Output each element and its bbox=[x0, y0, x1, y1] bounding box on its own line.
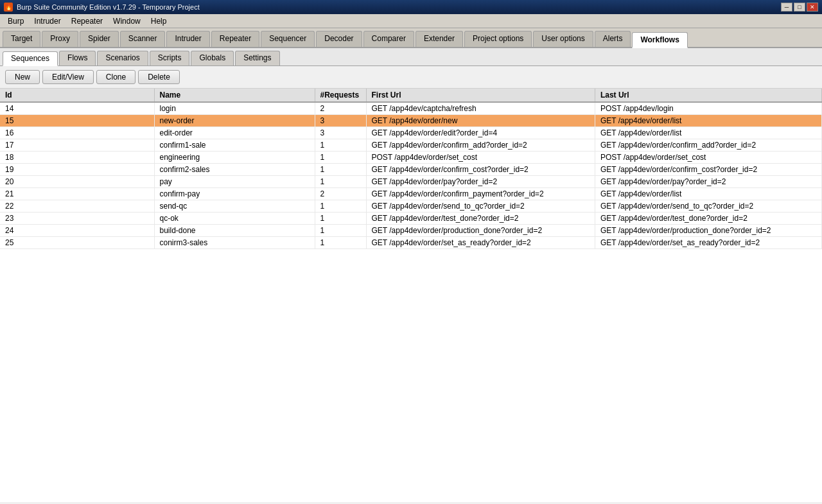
table-cell: GET /app4dev/order/confirm_payment?order… bbox=[366, 188, 595, 200]
table-cell: conirm3-sales bbox=[154, 237, 315, 249]
table-cell: 2 bbox=[315, 102, 366, 115]
delete-button[interactable]: Delete bbox=[138, 70, 180, 84]
table-body: 14login2GET /app4dev/captcha/refreshPOST… bbox=[0, 102, 822, 249]
table-row[interactable]: 17confirm1-sale1GET /app4dev/order/confi… bbox=[0, 139, 822, 152]
main-tab-spider[interactable]: Spider bbox=[80, 31, 119, 47]
table-row[interactable]: 22send-qc1GET /app4dev/order/send_to_qc?… bbox=[0, 200, 822, 213]
sub-tab-scripts[interactable]: Scripts bbox=[150, 51, 190, 65]
table-cell: 1 bbox=[315, 225, 366, 237]
table-cell: engineering bbox=[154, 152, 315, 164]
table-cell: 3 bbox=[315, 127, 366, 139]
table-cell: GET /app4dev/order/edit?order_id=4 bbox=[366, 127, 595, 139]
main-tab-project-options[interactable]: Project options bbox=[464, 31, 532, 47]
table-cell: 21 bbox=[0, 188, 154, 200]
table-cell: 1 bbox=[315, 200, 366, 213]
title-bar-left: 🔥 Burp Suite Community Edition v1.7.29 -… bbox=[4, 3, 200, 12]
table-cell: POST /app4dev/order/set_cost bbox=[366, 152, 595, 164]
table-cell: 15 bbox=[0, 115, 154, 127]
table-cell: GET /app4dev/order/set_as_ready?order_id… bbox=[595, 237, 821, 249]
main-tab-target[interactable]: Target bbox=[3, 31, 40, 47]
main-tab-repeater[interactable]: Repeater bbox=[211, 31, 259, 47]
table-cell: 23 bbox=[0, 213, 154, 225]
sub-tab-globals[interactable]: Globals bbox=[191, 51, 234, 65]
table-cell: 3 bbox=[315, 115, 366, 127]
table-row[interactable]: 23qc-ok1GET /app4dev/order/test_done?ord… bbox=[0, 213, 822, 225]
table-cell: GET /app4dev/order/confirm_add?order_id=… bbox=[595, 139, 821, 152]
sub-tabs: SequencesFlowsScenariosScriptsGlobalsSet… bbox=[0, 48, 822, 66]
table-cell: POST /app4dev/login bbox=[595, 102, 821, 115]
main-tab-extender[interactable]: Extender bbox=[415, 31, 463, 47]
table-cell: 18 bbox=[0, 152, 154, 164]
sub-tab-flows[interactable]: Flows bbox=[59, 51, 96, 65]
main-tab-comparer[interactable]: Comparer bbox=[363, 31, 414, 47]
table-row[interactable]: 20pay1GET /app4dev/order/pay?order_id=2G… bbox=[0, 176, 822, 188]
table-row[interactable]: 14login2GET /app4dev/captcha/refreshPOST… bbox=[0, 102, 822, 115]
table-cell: confirm1-sale bbox=[154, 139, 315, 152]
table-cell: GET /app4dev/order/pay?order_id=2 bbox=[366, 176, 595, 188]
table-cell: confirm2-sales bbox=[154, 164, 315, 176]
col-header-id[interactable]: Id bbox=[0, 89, 154, 102]
table-cell: GET /app4dev/order/production_done?order… bbox=[366, 225, 595, 237]
main-tab-scanner[interactable]: Scanner bbox=[120, 31, 166, 47]
table-row[interactable]: 16edit-order3GET /app4dev/order/edit?ord… bbox=[0, 127, 822, 139]
sub-tab-sequences[interactable]: Sequences bbox=[3, 51, 58, 66]
menu-item-help[interactable]: Help bbox=[146, 15, 172, 27]
main-tab-sequencer[interactable]: Sequencer bbox=[261, 31, 315, 47]
main-tabs: TargetProxySpiderScannerIntruderRepeater… bbox=[0, 28, 822, 48]
table-cell: 20 bbox=[0, 176, 154, 188]
minimize-button[interactable]: ─ bbox=[781, 3, 792, 12]
main-tab-intruder[interactable]: Intruder bbox=[166, 31, 209, 47]
table-row[interactable]: 15new-order3GET /app4dev/order/newGET /a… bbox=[0, 115, 822, 127]
table-cell: GET /app4dev/order/pay?order_id=2 bbox=[595, 176, 821, 188]
table-row[interactable]: 19confirm2-sales1GET /app4dev/order/conf… bbox=[0, 164, 822, 176]
main-tab-alerts[interactable]: Alerts bbox=[595, 31, 631, 47]
table-cell: GET /app4dev/order/confirm_cost?order_id… bbox=[595, 164, 821, 176]
table-cell: GET /app4dev/order/new bbox=[366, 115, 595, 127]
menu-item-burp[interactable]: Burp bbox=[3, 15, 29, 27]
edit-view-button[interactable]: Edit/View bbox=[42, 70, 94, 84]
table-cell: GET /app4dev/order/list bbox=[595, 188, 821, 200]
table-cell: confirm-pay bbox=[154, 188, 315, 200]
table-row[interactable]: 24build-done1GET /app4dev/order/producti… bbox=[0, 225, 822, 237]
content-area: SequencesFlowsScenariosScriptsGlobalsSet… bbox=[0, 48, 822, 504]
col-header-last url[interactable]: Last Url bbox=[595, 89, 821, 102]
table-cell: GET /app4dev/order/test_done?order_id=2 bbox=[595, 213, 821, 225]
table-cell: 22 bbox=[0, 200, 154, 213]
table-header-row: IdName#RequestsFirst UrlLast Url bbox=[0, 89, 822, 102]
col-header-num-requests[interactable]: #Requests bbox=[315, 89, 366, 102]
col-header-first url[interactable]: First Url bbox=[366, 89, 595, 102]
table-cell: login bbox=[154, 102, 315, 115]
table-cell: 1 bbox=[315, 237, 366, 249]
menu-item-intruder[interactable]: Intruder bbox=[29, 15, 66, 27]
col-header-name[interactable]: Name bbox=[154, 89, 315, 102]
menu-item-repeater[interactable]: Repeater bbox=[66, 15, 108, 27]
sequences-table-container: IdName#RequestsFirst UrlLast Url 14login… bbox=[0, 89, 822, 502]
clone-button[interactable]: Clone bbox=[96, 70, 136, 84]
table-cell: 1 bbox=[315, 152, 366, 164]
table-row[interactable]: 18engineering1POST /app4dev/order/set_co… bbox=[0, 152, 822, 164]
maximize-button[interactable]: □ bbox=[794, 3, 805, 12]
table-cell: qc-ok bbox=[154, 213, 315, 225]
table-row[interactable]: 21confirm-pay2GET /app4dev/order/confirm… bbox=[0, 188, 822, 200]
table-cell: 1 bbox=[315, 176, 366, 188]
burp-icon: 🔥 bbox=[4, 3, 13, 12]
table-cell: GET /app4dev/order/list bbox=[595, 127, 821, 139]
table-cell: edit-order bbox=[154, 127, 315, 139]
close-button[interactable]: ✕ bbox=[807, 3, 818, 12]
main-tab-decoder[interactable]: Decoder bbox=[316, 31, 362, 47]
main-tab-workflows[interactable]: Workflows bbox=[632, 32, 687, 48]
main-tab-user-options[interactable]: User options bbox=[533, 31, 593, 47]
menu-item-window[interactable]: Window bbox=[108, 15, 146, 27]
table-row[interactable]: 25conirm3-sales1GET /app4dev/order/set_a… bbox=[0, 237, 822, 249]
table-cell: pay bbox=[154, 176, 315, 188]
main-tab-proxy[interactable]: Proxy bbox=[42, 31, 78, 47]
table-cell: GET /app4dev/order/production_done?order… bbox=[595, 225, 821, 237]
table-cell: POST /app4dev/order/set_cost bbox=[595, 152, 821, 164]
sub-tab-scenarios[interactable]: Scenarios bbox=[97, 51, 148, 65]
sub-tab-settings[interactable]: Settings bbox=[235, 51, 279, 65]
table-cell: GET /app4dev/order/send_to_qc?order_id=2 bbox=[595, 200, 821, 213]
new-button[interactable]: New bbox=[5, 70, 40, 84]
table-cell: GET /app4dev/order/confirm_cost?order_id… bbox=[366, 164, 595, 176]
table-cell: GET /app4dev/order/send_to_qc?order_id=2 bbox=[366, 200, 595, 213]
title-bar-controls: ─ □ ✕ bbox=[781, 3, 818, 12]
